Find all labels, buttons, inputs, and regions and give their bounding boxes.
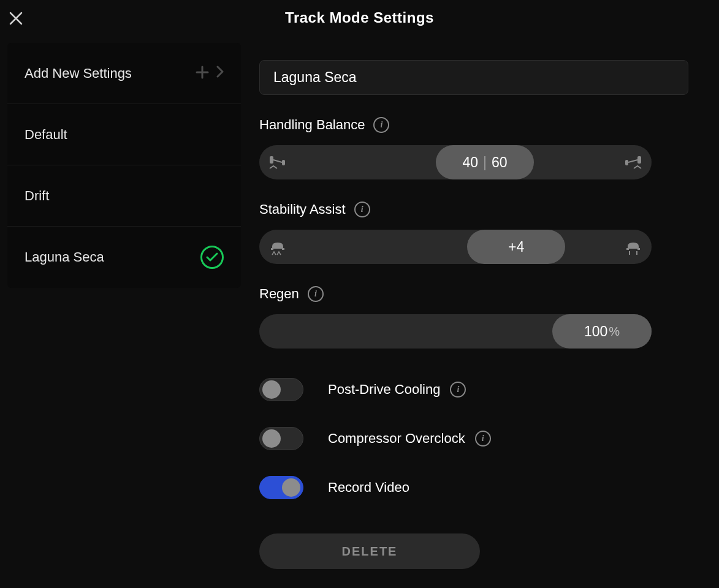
svg-rect-4 — [270, 156, 273, 164]
page-title: Track Mode Settings — [285, 9, 434, 26]
handling-balance-slider[interactable]: 40 | 60 — [259, 145, 652, 179]
compressor-overclock-label: Compressor Overclock — [328, 431, 465, 447]
stability-assist-value: +4 — [508, 239, 524, 255]
info-icon[interactable]: i — [373, 117, 389, 133]
info-icon[interactable]: i — [475, 431, 491, 447]
handling-separator: | — [483, 154, 487, 171]
info-icon[interactable]: i — [354, 202, 370, 217]
handling-balance-label: Handling Balance — [259, 117, 365, 133]
record-video-toggle[interactable] — [259, 476, 303, 499]
profile-item-label: Default — [25, 127, 67, 143]
stability-assist-thumb[interactable]: +4 — [467, 230, 565, 264]
add-new-settings-label: Add New Settings — [25, 66, 132, 81]
regen-value: 100 — [584, 323, 607, 340]
profile-item-label: Laguna Seca — [25, 249, 104, 265]
delete-button[interactable]: DELETE — [259, 533, 480, 569]
regen-thumb[interactable]: 100% — [552, 314, 652, 349]
svg-rect-8 — [637, 156, 641, 164]
profile-item-default[interactable]: Default — [7, 104, 241, 165]
svg-line-9 — [628, 160, 637, 162]
svg-rect-10 — [271, 248, 273, 250]
svg-rect-13 — [637, 248, 640, 250]
front-bias-icon — [268, 153, 287, 172]
handling-front-value: 40 — [462, 154, 478, 171]
info-icon[interactable]: i — [308, 286, 324, 302]
svg-rect-12 — [626, 248, 629, 250]
selected-checkmark-icon — [200, 246, 224, 269]
info-icon[interactable]: i — [450, 382, 466, 398]
handling-rear-value: 60 — [492, 154, 508, 171]
add-new-settings-button[interactable]: Add New Settings — [7, 43, 241, 104]
profile-item-laguna-seca[interactable]: Laguna Seca — [7, 227, 241, 288]
record-video-label: Record Video — [328, 480, 409, 496]
handling-balance-thumb[interactable]: 40 | 60 — [436, 145, 534, 179]
close-icon — [9, 12, 23, 25]
profile-list: Add New Settings Default Drift Laguna Se… — [7, 43, 241, 288]
stability-off-icon — [268, 237, 287, 257]
stability-on-icon — [623, 237, 643, 257]
post-drive-cooling-label: Post-Drive Cooling — [328, 382, 440, 398]
post-drive-cooling-toggle[interactable] — [259, 378, 303, 401]
regen-slider[interactable]: 100% — [259, 314, 652, 349]
stability-assist-slider[interactable]: +4 — [259, 230, 652, 264]
svg-line-6 — [273, 160, 282, 162]
chevron-right-icon — [216, 66, 224, 81]
plus-icon — [196, 64, 209, 83]
profile-name-input[interactable] — [259, 60, 688, 95]
svg-rect-11 — [282, 248, 284, 250]
profile-item-drift[interactable]: Drift — [7, 165, 241, 227]
compressor-overclock-toggle[interactable] — [259, 427, 303, 450]
rear-bias-icon — [623, 153, 643, 172]
svg-rect-5 — [282, 160, 285, 165]
regen-unit: % — [609, 325, 620, 339]
svg-rect-7 — [625, 160, 628, 165]
profile-item-label: Drift — [25, 188, 49, 204]
regen-label: Regen — [259, 286, 299, 302]
stability-assist-label: Stability Assist — [259, 202, 346, 217]
close-button[interactable] — [7, 10, 25, 27]
